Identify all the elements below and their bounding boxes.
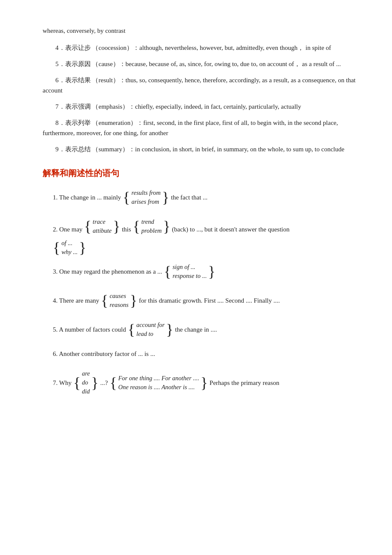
s5-opt1: account for (136, 321, 164, 330)
s7-opt3: did (82, 387, 90, 396)
s5-opt2: lead to (136, 330, 164, 338)
s2-this: this (122, 226, 133, 233)
item-6-label: result (98, 77, 112, 84)
item-8-chinese: 表示列举 (65, 119, 91, 126)
item-6-chinese: 表示结果 (65, 77, 91, 84)
s6-text: 6. Another contributory factor of ... is… (53, 349, 155, 359)
item-6-num: 6． (55, 77, 65, 84)
s2-b2-right: } (163, 219, 170, 234)
s7-b2-left: { (110, 375, 117, 390)
s4-opt2: reasons (110, 301, 129, 309)
numbered-items: 4．表示让步 （coocession）：although, neverthele… (43, 43, 358, 154)
s2-opt3: trend (141, 217, 162, 226)
item-7-content: chiefly, especially, indeed, in fact, ce… (135, 103, 301, 110)
s7-brace1: { are do did } (73, 368, 98, 397)
sentence-2: 2. One may { trace attibute } this { tre… (43, 217, 358, 236)
s2b-brace-right: } (79, 240, 86, 255)
s7-b1-left: { (73, 375, 81, 390)
s1-brace-items: results from arises from (131, 188, 161, 207)
s4-brace-items: causes reasons (110, 291, 129, 310)
item-8: 8．表示列举 （enumeration）：first, second, in t… (43, 118, 358, 138)
item-9-num: 9． (55, 146, 65, 153)
sentence-3: 3. One may regard the phenomenon as a ..… (43, 262, 358, 281)
s4-brace: { causes reasons } (101, 291, 137, 310)
s7-opt4: For one thing .... For another .... (118, 374, 199, 383)
s3-brace-items: sign of ... response to ... (173, 262, 207, 281)
item-4-num: 4． (55, 44, 65, 51)
s2-prefix: 2. One may (53, 226, 84, 233)
s2-suffix: (back) to ..., but it doesn't answer the… (172, 226, 290, 233)
item-4-content: although, nevertheless, however, but, ad… (139, 44, 331, 51)
s5-brace-items: account for lead to (136, 320, 164, 339)
s7-mid: ...? (100, 378, 108, 388)
s2-opt2: attibute (93, 226, 112, 235)
item-5-num: 5． (55, 61, 65, 67)
s4-brace-right: } (130, 293, 137, 308)
s7-opt1: are (82, 369, 90, 378)
s3-opt1: sign of ... (173, 263, 207, 272)
s1-brace-left: { (123, 190, 130, 205)
sentence-7: 7. Why { are do did } ...? { For one thi… (43, 368, 358, 397)
contrast-text: whereas, conversely, by contrast (43, 27, 125, 34)
item-4-label: coocession (98, 44, 127, 51)
s3-brace-right: } (208, 264, 215, 279)
item-5: 5．表示原因 （cause）：because, because of, as, … (43, 59, 358, 69)
s2b-opt2: why ... (61, 248, 78, 257)
s2b-opt1: of ... (61, 239, 78, 248)
item-9-label: summary (98, 146, 122, 153)
s2b-brace-items: of ... why ... (61, 238, 78, 257)
item-7-num: 7． (55, 103, 65, 110)
s4-prefix: 4. There are many (53, 295, 99, 306)
s2-b2-items: trend problem (141, 217, 162, 236)
s4-brace-left: { (101, 293, 108, 308)
item-4: 4．表示让步 （coocession）：although, neverthele… (43, 43, 358, 53)
sentence-1: 1. The change in ... mainly { results fr… (43, 188, 358, 207)
s5-brace-right: } (166, 322, 173, 337)
s3-opt2: response to ... (173, 272, 207, 280)
s3-brace-left: { (164, 264, 171, 279)
s7-b2-right: } (201, 375, 208, 390)
item-4-chinese: 表示让步 (65, 44, 91, 51)
s2-brace1: { trace attibute } (84, 217, 120, 236)
s4-suffix: for this dramatic growth. First .... Sec… (139, 295, 280, 306)
item-9-chinese: 表示总结 (65, 146, 91, 153)
s7-b1-items: are do did (82, 368, 90, 397)
sentence-4: 4. There are many { causes reasons } for… (43, 291, 358, 310)
s7-brace2: { For one thing .... For another .... On… (110, 373, 208, 393)
s5-suffix: the change in .... (175, 324, 217, 335)
s1-opt1: results from (131, 188, 161, 197)
item-7-label: emphasis (98, 103, 122, 110)
s1-brace-right: } (162, 190, 169, 205)
item-5-chinese: 表示原因 (65, 61, 91, 67)
s7-b1-right: } (91, 375, 98, 390)
contrast-line: whereas, conversely, by contrast (43, 26, 358, 36)
s1-suffix: the fact that ... (171, 192, 208, 202)
s2-opt1: trace (93, 217, 112, 226)
s2-b2-left: { (133, 219, 140, 234)
sentence-5: 5. A number of factors could { account f… (43, 320, 358, 339)
s4-opt1: causes (110, 292, 129, 301)
item-9: 9．表示总结 （summary）：in conclusion, in short… (43, 144, 358, 154)
item-7-chinese: 表示强调 (65, 103, 91, 110)
s5-brace-left: { (128, 322, 135, 337)
s2-opt4: problem (141, 226, 162, 235)
item-7: 7．表示强调 （emphasis）：chiefly, especially, i… (43, 101, 358, 112)
item-8-num: 8． (55, 119, 65, 126)
s7-opt5: One reason is .... Another is .... (118, 383, 199, 392)
sentence-2-continuation: { of ... why ... } (43, 238, 358, 257)
s3-prefix: 3. One may regard the phenomenon as a ..… (53, 266, 162, 277)
s5-brace: { account for lead to } (128, 320, 173, 339)
item-6: 6．表示结果 （result）：thus, so, consequently, … (43, 75, 358, 95)
s1-prefix: 1. The change in ... mainly (53, 192, 121, 202)
s7-prefix: 7. Why (53, 378, 72, 388)
s2-b1-left: { (84, 219, 91, 234)
s7-b2-items: For one thing .... For another .... One … (118, 373, 199, 393)
s1-opt2: arises from (131, 197, 161, 206)
sentence-6: 6. Another contributory factor of ... is… (43, 349, 358, 359)
item-5-content: because, because of, as, since, for, owi… (126, 61, 341, 67)
s7-suffix: Perhaps the primary reason (210, 378, 280, 388)
section-title: 解释和阐述性的语句 (43, 166, 358, 180)
s5-prefix: 5. A number of factors could (53, 324, 126, 335)
item-9-content: in conclusion, in short, in brief, in su… (135, 146, 344, 153)
s2-b1-right: } (113, 219, 120, 234)
